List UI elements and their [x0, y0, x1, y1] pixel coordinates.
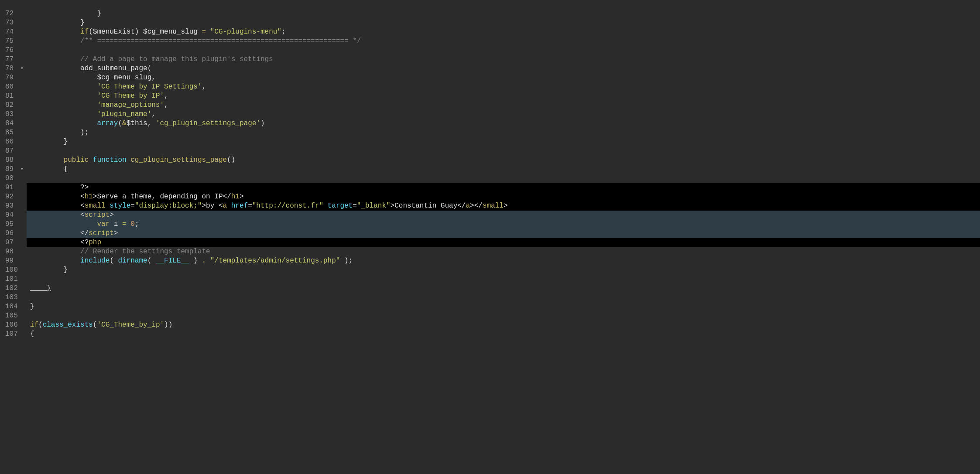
code-line[interactable]: { [27, 330, 980, 339]
code-line[interactable] [27, 46, 980, 55]
code-line[interactable]: $cg_menu_slug, [27, 73, 980, 82]
code-token [30, 37, 80, 46]
code-token: } [30, 266, 68, 275]
line-number: 89 [5, 165, 18, 174]
fold-gutter-blank [21, 192, 27, 201]
fold-gutter-blank [21, 238, 27, 247]
code-token: h1 [231, 192, 240, 201]
code-line[interactable]: } [27, 18, 980, 27]
code-line[interactable]: } [27, 137, 980, 147]
code-line[interactable] [27, 147, 980, 156]
code-line[interactable]: array(&$this, 'cg_plugin_settings_page') [27, 119, 980, 128]
code-token: ) [260, 119, 265, 128]
code-token [30, 110, 97, 119]
code-line[interactable]: public function cg_plugin_settings_page(… [27, 156, 980, 165]
code-line[interactable]: } [27, 9, 980, 18]
line-number: 101 [5, 275, 18, 284]
fold-gutter-blank [21, 183, 27, 192]
code-token: = [130, 201, 135, 211]
code-line[interactable]: ?> [27, 183, 980, 192]
fold-gutter-blank [21, 311, 27, 321]
fold-gutter-blank [21, 275, 27, 284]
code-line[interactable]: // Add a page to manage this plugin's se… [27, 55, 980, 64]
line-number: 90 [5, 174, 18, 183]
code-token: small [85, 201, 106, 211]
code-token: ) [189, 256, 202, 266]
line-number: 103 [5, 293, 18, 302]
line-number: 75 [5, 37, 18, 46]
fold-gutter[interactable]: ▾▾ [21, 0, 27, 474]
code-token: 'manage_options' [97, 101, 164, 110]
code-line[interactable]: include( dirname( __FILE__ ) . "/templat… [27, 256, 980, 266]
code-line[interactable]: 'CG Theme by IP Settings', [27, 82, 980, 92]
code-token: () [227, 156, 235, 165]
line-number: 92 [5, 192, 18, 201]
code-token: if [30, 321, 38, 330]
line-number: 81 [5, 92, 18, 101]
fold-gutter-blank [21, 229, 27, 238]
code-token: = [202, 27, 206, 37]
code-token: ?> [30, 183, 89, 192]
code-token [30, 55, 80, 64]
code-editor[interactable]: 7273747576777879808182838485868788899091… [0, 0, 980, 474]
code-token: ( [38, 321, 43, 330]
code-token [323, 201, 328, 211]
fold-toggle-icon[interactable]: ▾ [21, 165, 27, 174]
code-token: > [240, 192, 244, 201]
code-line[interactable]: ); [27, 128, 980, 137]
code-token: cg_plugin_settings_page [130, 156, 227, 165]
code-token: script [89, 229, 114, 238]
line-number: 76 [5, 46, 18, 55]
code-area[interactable]: } } if($menuExist) $cg_menu_slug = "CG-p… [27, 0, 980, 474]
code-token: > [114, 229, 118, 238]
code-token: } [30, 9, 101, 18]
code-token: } [30, 302, 34, 311]
code-line[interactable]: /** ====================================… [27, 37, 980, 46]
code-token: )) [164, 321, 172, 330]
code-line[interactable]: if($menuExist) $cg_menu_slug = "CG-plugi… [27, 27, 980, 37]
code-line[interactable]: 'plugin_name', [27, 110, 980, 119]
code-token: script [85, 211, 110, 220]
code-token [30, 82, 97, 92]
code-line[interactable]: <h1>Serve a theme, depending on IP</h1> [27, 192, 980, 201]
code-token: } [30, 18, 85, 27]
code-line[interactable]: if(class_exists('CG_Theme_by_ip')) [27, 321, 980, 330]
code-line[interactable]: } [27, 266, 980, 275]
code-line[interactable]: // Render the settings template [27, 247, 980, 256]
fold-gutter-blank [21, 284, 27, 293]
code-line[interactable]: } [27, 302, 980, 311]
code-token: < [30, 192, 85, 201]
line-number: 91 [5, 183, 18, 192]
code-line[interactable]: <script> [27, 211, 980, 220]
code-line[interactable] [27, 293, 980, 302]
code-line[interactable]: 'CG Theme by IP', [27, 92, 980, 101]
code-token: , [164, 101, 168, 110]
code-line[interactable] [27, 174, 980, 183]
code-line[interactable] [27, 275, 980, 284]
code-token: > [504, 201, 508, 211]
fold-gutter-blank [21, 330, 27, 339]
code-line[interactable]: var i = 0; [27, 220, 980, 229]
code-line[interactable] [27, 0, 980, 9]
line-number: 88 [5, 156, 18, 165]
code-line[interactable]: <?php [27, 238, 980, 247]
code-token: & [122, 119, 127, 128]
fold-gutter-blank [21, 55, 27, 64]
code-line[interactable]: <small style="display:block;">by <a href… [27, 201, 980, 211]
code-line[interactable]: 'manage_options', [27, 101, 980, 110]
fold-gutter-blank [21, 46, 27, 55]
fold-toggle-icon[interactable]: ▾ [21, 64, 27, 73]
fold-gutter-blank [21, 293, 27, 302]
fold-gutter-blank [21, 137, 27, 147]
code-line[interactable]: </script> [27, 229, 980, 238]
code-token: // Add a page to manage this plugin's se… [80, 55, 273, 64]
code-line[interactable]: add_submenu_page( [27, 64, 980, 73]
code-token: __FILE__ [156, 256, 189, 266]
code-token: ); [30, 128, 89, 137]
code-line[interactable]: } [27, 284, 980, 293]
code-token: = [353, 201, 357, 211]
code-line[interactable]: { [27, 165, 980, 174]
code-token: $this, [127, 119, 156, 128]
code-line[interactable] [27, 311, 980, 321]
code-token: = [122, 220, 127, 229]
